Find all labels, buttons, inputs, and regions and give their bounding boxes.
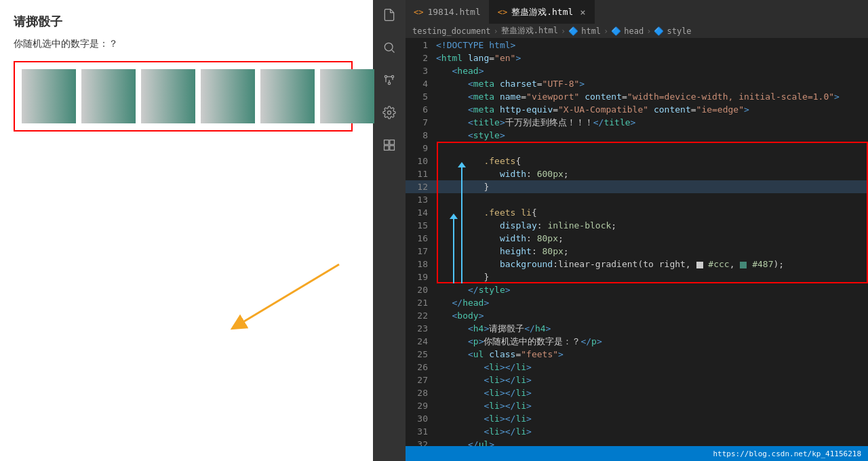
- code-line-14[interactable]: 14 .feets li{: [406, 206, 868, 219]
- line-num-17: 17: [406, 245, 436, 258]
- code-line-24[interactable]: 24 <p>你随机选中的数字是：？</p>: [406, 335, 868, 348]
- tab-label-1: 19814.html: [427, 7, 480, 17]
- source-control-icon[interactable]: [380, 71, 399, 89]
- breadcrumb-html[interactable]: html: [581, 26, 601, 36]
- line-content-27: <li></li>: [436, 374, 868, 386]
- line-num-4: 4: [406, 77, 436, 90]
- code-line-30[interactable]: 30 <li></li>: [406, 412, 868, 425]
- code-line-26[interactable]: 26 <li></li>: [406, 361, 868, 374]
- line-num-18: 18: [406, 258, 436, 270]
- svg-rect-8: [390, 140, 395, 145]
- line-num-1: 1: [406, 39, 436, 52]
- line-num-16: 16: [406, 232, 436, 245]
- code-line-29[interactable]: 29 <li></li>: [406, 399, 868, 412]
- line-num-5: 5: [406, 90, 436, 103]
- line-num-19: 19: [406, 270, 436, 283]
- yellow-arrow: [217, 258, 353, 339]
- line-num-20: 20: [406, 283, 436, 296]
- line-content-21: </head>: [436, 296, 868, 309]
- line-content-4: <meta charset="UTF-8">: [436, 77, 868, 90]
- code-line-4[interactable]: 4 <meta charset="UTF-8">: [406, 77, 868, 90]
- line-num-22: 22: [406, 309, 436, 322]
- dice-container: [14, 61, 353, 132]
- code-line-15[interactable]: 15 display: inline-block;: [406, 219, 868, 232]
- tab-zhengju[interactable]: <> 整蛊游戏.html ×: [490, 0, 595, 24]
- line-content-5: <meta name="viewport" content="width=dev…: [436, 90, 868, 103]
- line-content-2: <html lang="en">: [436, 52, 868, 64]
- tab-close-button[interactable]: ×: [580, 7, 585, 18]
- svg-rect-9: [384, 146, 389, 151]
- code-line-3[interactable]: 3 <head>: [406, 64, 868, 77]
- code-line-9[interactable]: 9: [406, 142, 868, 155]
- code-line-19[interactable]: 19 }: [406, 270, 868, 283]
- line-content-20: </style>: [436, 283, 868, 296]
- settings-icon[interactable]: [380, 103, 399, 122]
- tab-19814[interactable]: <> 19814.html: [406, 0, 490, 24]
- line-num-28: 28: [406, 386, 436, 399]
- line-content-28: <li></li>: [436, 386, 868, 399]
- code-line-27[interactable]: 27 <li></li>: [406, 374, 868, 386]
- line-num-3: 3: [406, 64, 436, 77]
- svg-line-2: [392, 50, 395, 53]
- files-icon[interactable]: [380, 5, 399, 24]
- tab-label-2: 整蛊游戏.html: [511, 6, 573, 18]
- search-icon[interactable]: [380, 38, 399, 57]
- code-line-22[interactable]: 22 <body>: [406, 309, 868, 322]
- dice-4[interactable]: [201, 69, 255, 123]
- line-content-3: <head>: [436, 64, 868, 77]
- line-num-29: 29: [406, 399, 436, 412]
- code-line-1[interactable]: 1 <!DOCTYPE html>: [406, 39, 868, 52]
- code-line-18[interactable]: 18 background:linear-gradient(to right, …: [406, 258, 868, 270]
- line-content-14: .feets li{: [436, 206, 868, 219]
- code-line-2[interactable]: 2 <html lang="en">: [406, 52, 868, 64]
- code-line-23[interactable]: 23 <h4>请掷骰子</h4>: [406, 322, 868, 335]
- code-line-20[interactable]: 20 </style>: [406, 283, 868, 296]
- breadcrumb: testing_document › 整蛊游戏.html › 🔷 html › …: [406, 24, 868, 39]
- breadcrumb-sep-1: ›: [494, 26, 498, 36]
- line-num-9: 9: [406, 142, 436, 155]
- breadcrumb-style[interactable]: style: [667, 26, 691, 36]
- code-editor[interactable]: 1 <!DOCTYPE html> 2 <html lang="en"> 3 <…: [406, 39, 868, 446]
- code-line-13[interactable]: 13: [406, 193, 868, 206]
- dice-3[interactable]: [141, 69, 195, 123]
- code-line-31[interactable]: 31 <li></li>: [406, 425, 868, 438]
- code-line-28[interactable]: 28 <li></li>: [406, 386, 868, 399]
- breadcrumb-sep-3: ›: [604, 26, 608, 36]
- preview-title: 请掷骰子: [14, 14, 359, 30]
- breadcrumb-file[interactable]: 整蛊游戏.html: [501, 25, 558, 37]
- code-line-32[interactable]: 32 </ul>: [406, 438, 868, 446]
- line-num-2: 2: [406, 52, 436, 64]
- line-num-15: 15: [406, 219, 436, 232]
- code-line-11[interactable]: 11 width: 600px;: [406, 167, 868, 180]
- code-line-17[interactable]: 17 height: 80px;: [406, 245, 868, 258]
- dice-1[interactable]: [22, 69, 76, 123]
- line-content-11: width: 600px;: [436, 167, 868, 180]
- svg-rect-7: [384, 140, 389, 145]
- code-line-8[interactable]: 8 <style>: [406, 129, 868, 142]
- code-line-16[interactable]: 16 width: 80px;: [406, 232, 868, 245]
- code-line-21[interactable]: 21 </head>: [406, 296, 868, 309]
- code-line-10[interactable]: 10 .feets{: [406, 155, 868, 167]
- svg-line-0: [237, 264, 339, 325]
- code-line-25[interactable]: 25 <ul class="feets">: [406, 348, 868, 361]
- dice-6[interactable]: [320, 69, 374, 123]
- code-line-7[interactable]: 7 <title>千万别走到终点！！！</title>: [406, 116, 868, 129]
- breadcrumb-head[interactable]: head: [624, 26, 644, 36]
- line-num-31: 31: [406, 425, 436, 438]
- line-num-11: 11: [406, 167, 436, 180]
- dice-2[interactable]: [81, 69, 136, 123]
- breadcrumb-sep-4: ›: [646, 26, 651, 36]
- code-line-6[interactable]: 6 <meta http-equiv="X-UA-Compatible" con…: [406, 103, 868, 116]
- code-line-5[interactable]: 5 <meta name="viewport" content="width=d…: [406, 90, 868, 103]
- extensions-icon[interactable]: [380, 136, 399, 155]
- line-num-7: 7: [406, 116, 436, 129]
- breadcrumb-head-icon: 🔷: [611, 26, 621, 36]
- tab-icon-1: <>: [414, 7, 423, 17]
- code-line-12[interactable]: 12 }: [406, 180, 868, 193]
- line-num-26: 26: [406, 361, 436, 374]
- line-content-6: <meta http-equiv="X-UA-Compatible" conte…: [436, 103, 868, 116]
- breadcrumb-testing-document[interactable]: testing_document: [412, 26, 491, 36]
- svg-point-5: [388, 82, 390, 84]
- dice-5[interactable]: [260, 69, 315, 123]
- line-content-10: .feets{: [436, 155, 868, 167]
